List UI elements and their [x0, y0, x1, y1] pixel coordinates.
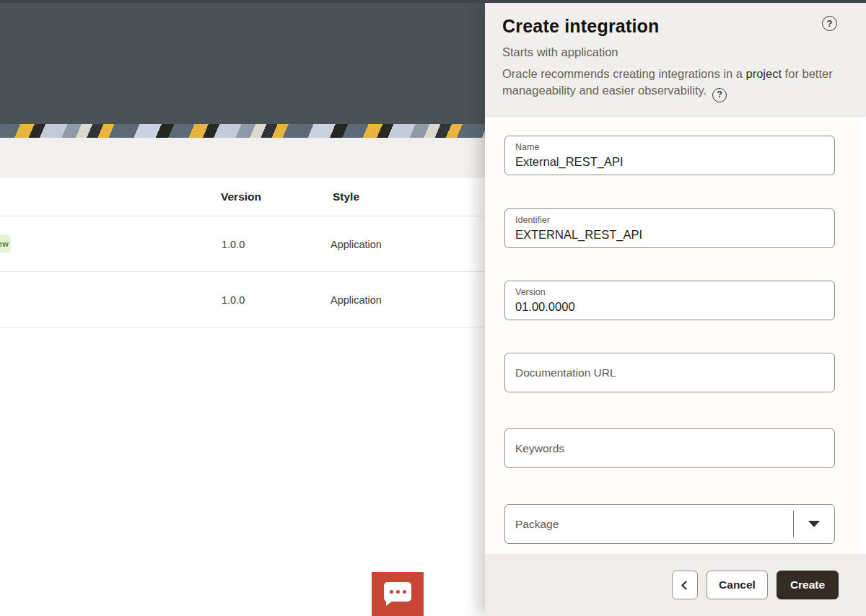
create-integration-panel: Create integration ? Starts with applica…	[485, 3, 866, 616]
window-top-edge	[0, 0, 866, 3]
keywords-placeholder: Keywords	[515, 442, 564, 455]
panel-title: Create integration	[502, 16, 660, 37]
package-placeholder: Package	[515, 518, 559, 531]
column-header-version: Version	[221, 190, 261, 203]
panel-header: Create integration ? Starts with applica…	[485, 3, 866, 117]
recommendation-pre: Oracle recommends creating integrations …	[502, 67, 746, 80]
screen: Version Style New 1.0.0 Application 1.0.…	[0, 0, 866, 616]
identifier-field-value: EXTERNAL_REST_API	[515, 227, 824, 242]
panel-body: Name External_REST_API Identifier EXTERN…	[485, 117, 866, 554]
recommendation-text: Oracle recommends creating integrations …	[502, 66, 841, 102]
cell-version: 1.0.0	[222, 294, 245, 306]
cancel-button[interactable]: Cancel	[707, 571, 768, 599]
version-field-label: Version	[515, 287, 824, 298]
cell-style: Application	[331, 294, 382, 306]
chevron-left-icon	[681, 581, 691, 590]
identifier-field[interactable]: Identifier EXTERNAL_REST_API	[504, 208, 835, 248]
project-help-icon[interactable]: ?	[712, 88, 727, 102]
name-field-value: External_REST_API	[515, 154, 824, 170]
table-row[interactable]: New 1.0.0 Application	[0, 216, 485, 272]
version-field-value: 01.00.0000	[515, 299, 824, 314]
cell-style: Application	[331, 239, 382, 250]
package-dropdown[interactable]: Package	[504, 504, 835, 544]
chevron-down-icon[interactable]	[794, 521, 834, 527]
identifier-field-label: Identifier	[515, 215, 824, 226]
keywords-field[interactable]: Keywords	[504, 428, 835, 468]
table-row[interactable]: 1.0.0 Application	[0, 272, 485, 327]
name-field-label: Name	[515, 142, 824, 153]
create-button[interactable]: Create	[777, 571, 839, 599]
back-button[interactable]	[672, 571, 698, 599]
chat-dot	[390, 590, 393, 594]
panel-footer: Cancel Create	[485, 554, 866, 616]
recommendation-emphasis: project	[746, 67, 782, 80]
column-header-style: Style	[333, 190, 359, 203]
chat-launcher-button[interactable]	[372, 572, 424, 616]
panel-subtitle: Starts with application	[502, 45, 837, 59]
new-badge: New	[0, 234, 11, 252]
chat-bubble-icon	[384, 582, 411, 602]
integrations-table: Version Style New 1.0.0 Application 1.0.…	[0, 178, 485, 327]
version-field[interactable]: Version 01.00.0000	[504, 281, 835, 320]
cell-version: 1.0.0	[222, 239, 245, 250]
chat-dot	[403, 590, 406, 594]
documentation-url-placeholder: Documentation URL	[515, 366, 616, 379]
documentation-url-field[interactable]: Documentation URL	[504, 353, 835, 392]
chat-dot	[396, 590, 400, 594]
panel-scrollbar[interactable]	[860, 117, 866, 554]
table-header-row: Version Style	[0, 178, 485, 216]
name-field[interactable]: Name External_REST_API	[504, 136, 835, 175]
help-icon[interactable]: ?	[822, 16, 837, 31]
